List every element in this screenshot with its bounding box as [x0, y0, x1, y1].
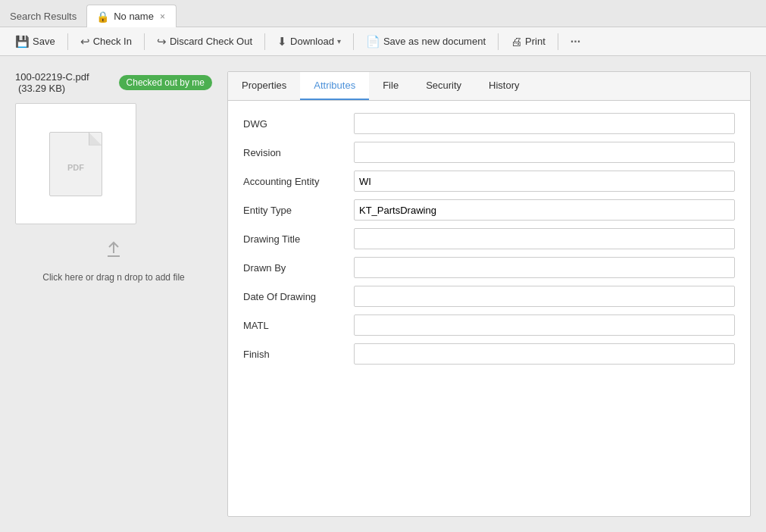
tab-properties[interactable]: Properties	[228, 72, 300, 100]
input-revision[interactable]	[354, 142, 735, 163]
saveas-button[interactable]: 📄 Save as new document	[360, 32, 492, 52]
input-matl[interactable]	[354, 315, 735, 336]
input-accounting_entity[interactable]	[354, 171, 735, 192]
document-icon: 🔒	[96, 11, 109, 23]
toolbar-divider-3	[264, 33, 265, 50]
label-revision: Revision	[243, 147, 342, 158]
input-date_of_drawing[interactable]	[354, 286, 735, 307]
file-name: 100-02219-C.pdf (33.29 KB)	[15, 71, 111, 94]
input-drawn_by[interactable]	[354, 257, 735, 278]
toolbar: 💾 Save ↩ Check In ↪ Discard Check Out ⬇ …	[0, 27, 766, 56]
saveas-icon: 📄	[366, 35, 380, 49]
download-dropdown-arrow: ▾	[337, 37, 341, 45]
download-icon: ⬇	[277, 35, 287, 49]
checkin-button[interactable]: ↩ Check In	[74, 32, 138, 52]
discard-button[interactable]: ↪ Discard Check Out	[151, 32, 258, 52]
print-icon: 🖨	[511, 35, 522, 48]
discard-icon: ↪	[157, 35, 167, 49]
tab-bar: Search Results 🔒 No name ×	[0, 0, 766, 27]
label-drawn_by: Drawn By	[243, 262, 342, 274]
checkin-icon: ↩	[80, 35, 90, 49]
attributes-form: DWGRevisionAccounting EntityEntity TypeD…	[228, 101, 750, 377]
toolbar-divider-1	[67, 33, 68, 50]
input-dwg[interactable]	[354, 113, 735, 134]
pdf-icon-container: PDF	[49, 132, 102, 196]
label-accounting_entity: Accounting Entity	[243, 176, 342, 187]
tab-security[interactable]: Security	[412, 72, 475, 100]
label-date_of_drawing: Date Of Drawing	[243, 291, 342, 302]
form-row-finish: Finish	[243, 343, 735, 365]
label-drawing_title: Drawing Title	[243, 233, 342, 245]
upload-icon	[102, 236, 126, 266]
search-results-label: Search Results	[10, 11, 77, 22]
tab-search-results[interactable]: Search Results	[0, 5, 86, 27]
tab-attributes[interactable]: Attributes	[300, 72, 369, 100]
toolbar-divider-4	[353, 33, 354, 50]
form-row-drawing_title: Drawing Title	[243, 228, 735, 249]
tab-history[interactable]: History	[475, 72, 533, 100]
tab-active-label: No name	[114, 11, 154, 22]
form-row-date_of_drawing: Date Of Drawing	[243, 286, 735, 307]
print-button[interactable]: 🖨 Print	[505, 32, 552, 51]
form-row-matl: MATL	[243, 315, 735, 336]
tab-file[interactable]: File	[369, 72, 412, 100]
save-button[interactable]: 💾 Save	[9, 32, 61, 52]
form-row-entity_type: Entity Type	[243, 199, 735, 221]
toolbar-divider-5	[498, 33, 499, 50]
checked-out-badge: Checked out by me	[119, 75, 212, 90]
form-row-revision: Revision	[243, 142, 735, 163]
pdf-label: PDF	[67, 163, 84, 172]
file-preview: PDF	[15, 103, 136, 224]
discard-label: Discard Check Out	[170, 36, 252, 47]
more-icon: ···	[571, 35, 580, 49]
main-content: 100-02219-C.pdf (33.29 KB) Checked out b…	[0, 56, 766, 532]
input-drawing_title[interactable]	[354, 228, 735, 249]
saveas-label: Save as new document	[383, 36, 486, 47]
panel-tabs-header: Properties Attributes File Security Hist…	[228, 72, 750, 101]
left-panel: 100-02219-C.pdf (33.29 KB) Checked out b…	[15, 71, 212, 517]
label-dwg: DWG	[243, 118, 342, 130]
save-label: Save	[33, 36, 55, 47]
tab-close-button[interactable]: ×	[158, 11, 167, 22]
label-finish: Finish	[243, 349, 342, 360]
download-label: Download	[290, 36, 334, 47]
more-button[interactable]: ···	[564, 32, 586, 52]
upload-text: Click here or drag n drop to add file	[42, 272, 184, 283]
form-row-dwg: DWG	[243, 113, 735, 134]
input-entity_type[interactable]	[354, 199, 735, 221]
upload-area[interactable]: Click here or drag n drop to add file	[15, 236, 212, 283]
label-matl: MATL	[243, 320, 342, 331]
pdf-file-icon: PDF	[49, 132, 102, 196]
toolbar-divider-6	[558, 33, 558, 50]
form-row-accounting_entity: Accounting Entity	[243, 171, 735, 192]
input-finish[interactable]	[354, 343, 735, 365]
download-button[interactable]: ⬇ Download ▾	[271, 32, 347, 52]
print-label: Print	[525, 36, 546, 47]
save-icon: 💾	[15, 35, 30, 49]
tab-no-name[interactable]: 🔒 No name ×	[86, 5, 177, 27]
file-info: 100-02219-C.pdf (33.29 KB) Checked out b…	[15, 71, 212, 94]
right-panel: Properties Attributes File Security Hist…	[227, 71, 751, 517]
label-entity_type: Entity Type	[243, 205, 342, 216]
toolbar-divider-2	[144, 33, 145, 50]
checkin-label: Check In	[93, 36, 132, 47]
form-row-drawn_by: Drawn By	[243, 257, 735, 278]
